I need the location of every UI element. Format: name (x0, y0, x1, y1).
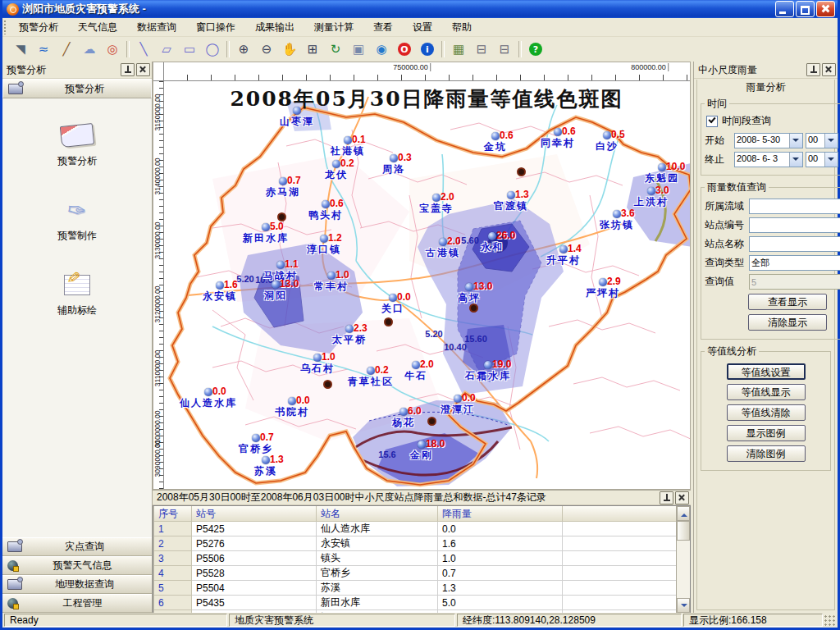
warning-produce-item[interactable]: ✑ 预警制作 (2, 196, 152, 243)
zoom-window-icon[interactable]: ⊞ (302, 39, 323, 59)
target-icon[interactable]: ◎ (102, 39, 123, 59)
table-row[interactable]: 1 P5425 仙人造水库 0.0 (154, 522, 677, 536)
rectangle-tool-icon[interactable]: ▭ (179, 39, 200, 59)
chevron-down-icon[interactable] (789, 153, 802, 167)
scroll-down-icon[interactable] (677, 598, 690, 613)
close-icon[interactable] (675, 491, 689, 504)
warning-weather-bar[interactable]: 预警天气信息 (2, 556, 152, 575)
map-canvas[interactable]: 2008年05月30日降雨量等值线色斑图 5.2010.0015.605.201… (163, 80, 690, 489)
zoom-out-icon[interactable]: ⊖ (256, 39, 277, 59)
menu-item[interactable]: 设置 (403, 18, 442, 36)
station-marker-icon (491, 132, 500, 140)
warning-analysis-item[interactable]: 预警分析 (2, 121, 152, 168)
table-row[interactable]: 3 P5506 镇头 1.0 (154, 551, 677, 566)
pan-hand-icon[interactable]: ✋ (279, 39, 300, 59)
close-icon[interactable] (822, 63, 836, 76)
table-row[interactable]: 4 P5528 官桥乡 0.7 (154, 566, 677, 581)
station-name-label: 洞阳 (264, 289, 287, 303)
station-name-input[interactable] (749, 236, 840, 252)
contour-value-label: 10.40 (444, 342, 467, 352)
copy-page-icon[interactable]: ▣ (348, 39, 369, 59)
scroll-up-icon[interactable] (677, 506, 690, 521)
menu-item[interactable]: 帮助 (442, 18, 482, 36)
station-marker-icon (293, 107, 301, 115)
menu-item[interactable]: 预警分析 (9, 18, 68, 36)
water-station-icon[interactable]: ≈ (33, 39, 54, 59)
minimize-button[interactable] (775, 1, 794, 17)
globe-icon (7, 560, 18, 571)
table-row[interactable]: 2 P5276 永安镇 1.6 (154, 536, 677, 551)
pin-icon[interactable] (806, 63, 820, 76)
print-setup-icon[interactable]: ⊟ (494, 39, 515, 59)
menu-item[interactable]: 成果输出 (245, 18, 304, 36)
station-rainfall-value: 19.0 (492, 358, 511, 370)
contour-show-button[interactable]: 等值线显示 (727, 384, 806, 400)
image-export-icon[interactable]: ▦ (448, 39, 469, 59)
basin-select[interactable] (749, 199, 840, 214)
refresh-icon[interactable]: ↻ (325, 39, 346, 59)
col-station-name[interactable]: 站名 (317, 506, 438, 522)
menu-grip[interactable] (3, 20, 7, 34)
project-manage-bar[interactable]: 工程管理 (2, 594, 152, 613)
aux-plot-item[interactable]: 辅助标绘 (2, 271, 152, 317)
ellipse-tool-icon[interactable]: ◯ (202, 39, 223, 59)
chevron-down-icon[interactable] (824, 134, 838, 148)
station-marker-icon (367, 367, 375, 375)
station-rainfall-value: 1.4 (568, 243, 582, 254)
pin-icon[interactable] (660, 491, 673, 504)
scroll-thumb[interactable] (677, 521, 690, 541)
menu-item[interactable]: 数据查询 (127, 18, 186, 36)
polygon-tool-icon[interactable]: ▱ (156, 39, 177, 59)
contour-clear-button[interactable]: 等值线清除 (727, 404, 806, 421)
close-icon[interactable] (136, 63, 150, 76)
resize-grip-icon[interactable] (824, 614, 836, 627)
table-scrollbar[interactable] (676, 506, 690, 613)
close-button[interactable] (816, 1, 835, 17)
menu-item[interactable]: 天气信息 (68, 18, 127, 36)
menu-item[interactable]: 窗口操作 (186, 18, 245, 36)
show-display-button[interactable]: 查看显示 (748, 294, 827, 310)
menu-item[interactable]: 查看 (363, 18, 403, 36)
cloud-icon[interactable]: ☁ (79, 39, 100, 59)
table-row[interactable]: 6 P5435 新田水库 5.0 (154, 596, 677, 610)
print-icon[interactable]: ⊟ (471, 39, 492, 59)
table-row[interactable]: 5 P5504 苏溪 1.3 (154, 581, 677, 596)
start-date-select[interactable]: 2008- 5-30 (734, 133, 803, 148)
station-marker-icon (412, 361, 420, 369)
station-name-label: 张坊镇 (600, 218, 634, 232)
left-panel-header[interactable]: 预警分析 (2, 79, 152, 98)
legend-show-button[interactable]: 显示图例 (727, 425, 806, 441)
restore-button[interactable] (796, 1, 815, 17)
end-hour-select[interactable]: 00 (806, 152, 838, 167)
geo-data-query-bar[interactable]: 地理数据查询 (2, 575, 152, 594)
info-icon[interactable]: i (417, 39, 438, 59)
menu-item[interactable]: 测量计算 (304, 18, 363, 36)
station-id-input[interactable] (749, 217, 840, 233)
time-range-checkbox[interactable] (706, 116, 718, 127)
clear-display-button[interactable]: 清除显示 (748, 314, 827, 331)
legend-clear-button[interactable]: 清除图例 (727, 445, 806, 462)
station-marker-icon (345, 325, 354, 333)
chevron-down-icon[interactable] (789, 134, 802, 148)
station-marker-icon (322, 200, 330, 208)
station-name-label: 澄潭江 (441, 403, 475, 417)
col-station-id[interactable]: 站号 (192, 506, 317, 522)
help-icon[interactable]: ? (525, 39, 546, 59)
line-tool-icon[interactable]: ╲ (133, 39, 154, 59)
col-rainfall[interactable]: 降雨量 (438, 506, 563, 522)
disaster-point-query-bar[interactable]: 灾点查询 (2, 537, 152, 556)
stop-icon[interactable]: O (394, 39, 415, 59)
pick-tool-icon[interactable]: ╱ (56, 39, 77, 59)
contour-settings-button[interactable]: 等值线设置 (727, 363, 806, 380)
pin-icon[interactable] (121, 63, 135, 76)
globe-icon[interactable]: ◉ (371, 39, 392, 59)
chevron-down-icon[interactable] (824, 153, 838, 167)
start-hour-select[interactable]: 00 (806, 133, 838, 148)
station-rainfall-value: 26.0 (496, 230, 515, 241)
satellite-dish-icon[interactable]: ◥ (10, 39, 31, 59)
end-date-select[interactable]: 2008- 6- 3 (734, 152, 803, 167)
col-seq[interactable]: 序号 (154, 506, 192, 522)
zoom-in-icon[interactable]: ⊕ (233, 39, 254, 59)
query-value-input[interactable] (749, 274, 840, 290)
query-type-select[interactable]: 全部 (749, 255, 840, 271)
